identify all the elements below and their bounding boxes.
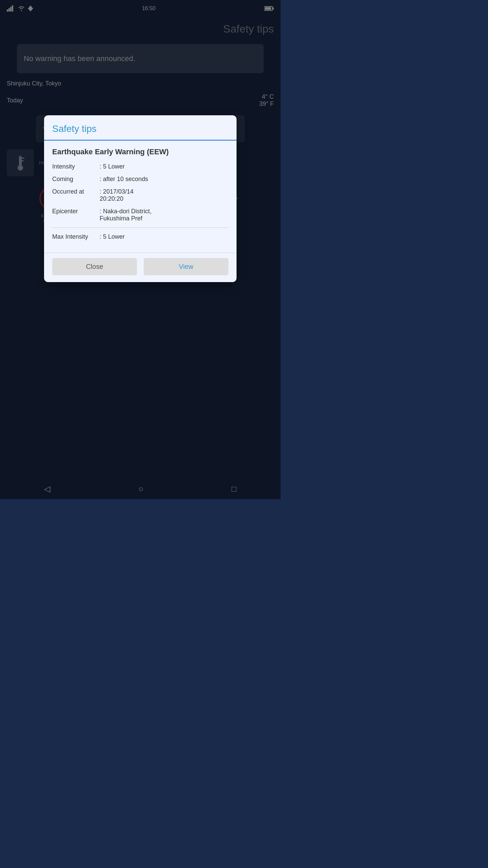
close-button[interactable]: Close [52,258,137,275]
coming-label: Coming [52,176,100,183]
modal-divider [52,228,228,228]
modal-title: Safety tips [52,123,228,134]
max-intensity-row: Max Intensity : 5 Lower [52,233,228,240]
intensity-value: : 5 Lower [100,163,228,170]
modal-footer: Close View [44,253,237,282]
occurred-label: Occurred at [52,188,100,195]
occurred-value: : 2017/03/14 20:20:20 [100,188,228,202]
modal-footer-divider [44,253,237,253]
epicenter-label: Epicenter [52,208,100,215]
modal-dialog: Safety tips Earthquake Early Warning (EE… [44,115,237,282]
epicenter-value: : Naka-dori District, Fukushima Pref [100,208,228,222]
eew-title: Earthquake Early Warning (EEW) [52,147,228,156]
modal-header: Safety tips [44,115,237,141]
view-button[interactable]: View [144,258,228,275]
intensity-label: Intensity [52,163,100,170]
max-intensity-label: Max Intensity [52,233,100,240]
modal-body: Earthquake Early Warning (EEW) Intensity… [44,141,237,253]
max-intensity-value: : 5 Lower [100,233,228,240]
coming-row: Coming : after 10 seconds [52,176,228,183]
intensity-row: Intensity : 5 Lower [52,163,228,170]
coming-value: : after 10 seconds [100,176,228,183]
epicenter-row: Epicenter : Naka-dori District, Fukushim… [52,208,228,222]
occurred-row: Occurred at : 2017/03/14 20:20:20 [52,188,228,202]
